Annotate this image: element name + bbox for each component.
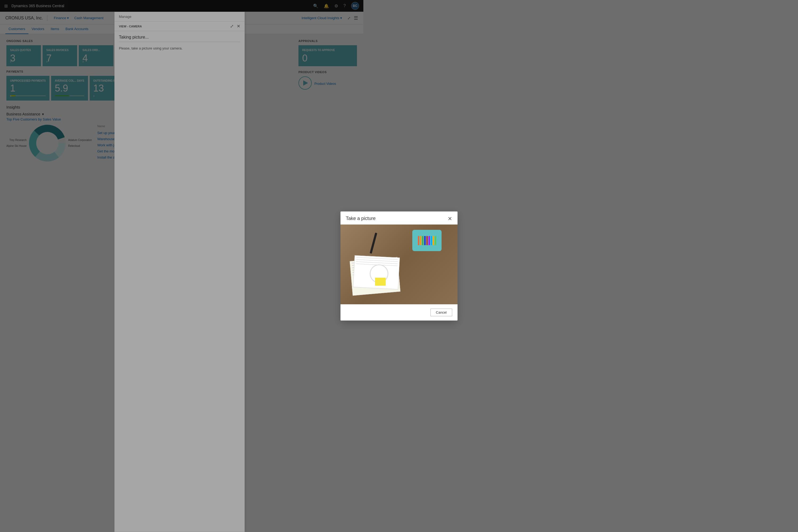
modal-overlay[interactable]: Take a picture ✕ — [0, 0, 363, 238]
camera-image — [341, 225, 363, 238]
modal-header: Take a picture ✕ — [341, 211, 363, 225]
take-picture-modal: Take a picture ✕ — [341, 211, 363, 238]
modal-title: Take a picture — [346, 216, 363, 221]
camera-view — [341, 225, 363, 238]
desk-background — [341, 225, 363, 238]
